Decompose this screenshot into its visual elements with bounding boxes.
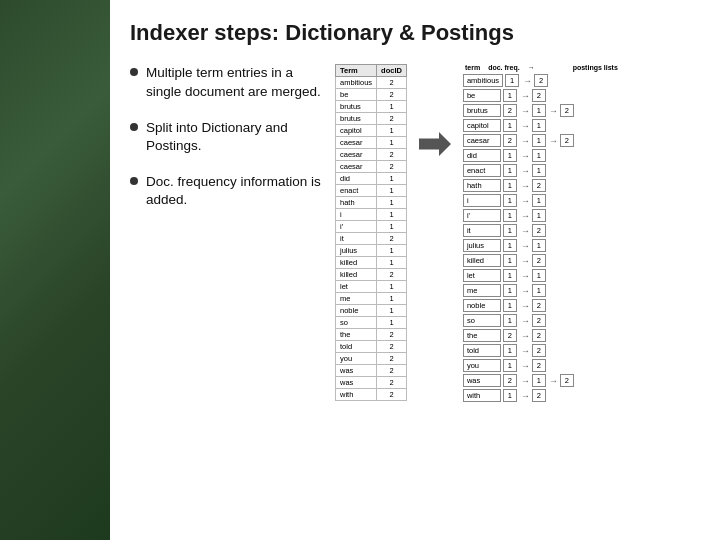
dict-table-row: be2 <box>336 89 407 101</box>
dict-docid-cell: 1 <box>377 209 407 221</box>
dict-table-row: enact1 <box>336 185 407 197</box>
dict-table-row: told2 <box>336 341 407 353</box>
postings-arrow-icon: → <box>521 91 530 101</box>
dict-docid-cell: 2 <box>377 113 407 125</box>
dict-table-row: ambitious2 <box>336 77 407 89</box>
dict-table-row: i1 <box>336 209 407 221</box>
dict-term-cell: with <box>336 389 377 401</box>
right-arrow-icon <box>415 124 455 164</box>
postings-term-box: did <box>463 149 501 162</box>
postings-arrow-icon: → <box>521 361 530 371</box>
bullet-text-3: Doc. frequency information is added. <box>146 173 325 209</box>
dict-docid-cell: 1 <box>377 281 407 293</box>
dict-docid-cell: 2 <box>377 89 407 101</box>
postings-term-box: hath <box>463 179 501 192</box>
postings-arrow-icon: → <box>523 76 532 86</box>
postings-row: told1→2 <box>463 344 705 357</box>
posting-number: 1 <box>532 149 546 162</box>
dict-term-cell: caesar <box>336 149 377 161</box>
postings-term-box: noble <box>463 299 501 312</box>
col-header-docid: docID <box>377 65 407 77</box>
dict-docid-cell: 1 <box>377 245 407 257</box>
dict-term-cell: let <box>336 281 377 293</box>
postings-freq-box: 1 <box>503 344 517 357</box>
postings-chain-arrow-icon: → <box>549 376 558 386</box>
dict-table-row: did1 <box>336 173 407 185</box>
dict-table-row: i'1 <box>336 221 407 233</box>
posting-number: 2 <box>532 299 546 312</box>
postings-arrow-icon: → <box>521 196 530 206</box>
dict-table: Term docID ambitious2be2brutus1brutus2ca… <box>335 64 407 401</box>
dict-docid-cell: 1 <box>377 125 407 137</box>
dict-term-cell: killed <box>336 269 377 281</box>
postings-chain-arrow-icon: → <box>549 136 558 146</box>
postings-freq-box: 1 <box>503 359 517 372</box>
bullet-item-3: Doc. frequency information is added. <box>130 173 325 209</box>
postings-row: it1→2 <box>463 224 705 237</box>
postings-header-arrow: → <box>528 64 535 71</box>
dict-table-row: was2 <box>336 377 407 389</box>
postings-arrow-icon: → <box>521 346 530 356</box>
dict-docid-cell: 2 <box>377 149 407 161</box>
dict-docid-cell: 1 <box>377 137 407 149</box>
dict-table-row: it2 <box>336 233 407 245</box>
dict-term-cell: was <box>336 377 377 389</box>
postings-term-box: julius <box>463 239 501 252</box>
dict-table-row: killed1 <box>336 257 407 269</box>
postings-row: caesar2→1→2 <box>463 134 705 147</box>
postings-arrow-icon: → <box>521 121 530 131</box>
main-content: Indexer steps: Dictionary & Postings Mul… <box>110 0 720 540</box>
bullet-dot-3 <box>130 177 138 185</box>
postings-row: ambitious1→2 <box>463 74 705 87</box>
posting-number: 1 <box>532 104 546 117</box>
dict-table-row: julius1 <box>336 245 407 257</box>
postings-arrow-icon: → <box>521 181 530 191</box>
dict-table-row: brutus1 <box>336 101 407 113</box>
posting-number: 2 <box>532 389 546 402</box>
postings-arrow-icon: → <box>521 331 530 341</box>
dict-docid-cell: 2 <box>377 329 407 341</box>
dict-table-row: me1 <box>336 293 407 305</box>
postings-freq-box: 1 <box>503 89 517 102</box>
postings-row: was2→1→2 <box>463 374 705 387</box>
dict-docid-cell: 2 <box>377 233 407 245</box>
bullet-dot-1 <box>130 68 138 76</box>
dict-table-row: so1 <box>336 317 407 329</box>
dict-term-cell: killed <box>336 257 377 269</box>
postings-term-box: i' <box>463 209 501 222</box>
dict-term-cell: me <box>336 293 377 305</box>
postings-row: be1→2 <box>463 89 705 102</box>
posting-number: 2 <box>560 134 574 147</box>
dict-term-cell: be <box>336 89 377 101</box>
dict-docid-cell: 2 <box>377 77 407 89</box>
dict-docid-cell: 2 <box>377 353 407 365</box>
dict-table-row: with2 <box>336 389 407 401</box>
postings-term-box: me <box>463 284 501 297</box>
posting-number: 1 <box>532 164 546 177</box>
postings-freq-box: 1 <box>503 269 517 282</box>
postings-freq-box: 2 <box>503 134 517 147</box>
dict-term-cell: brutus <box>336 113 377 125</box>
postings-chain-arrow-icon: → <box>549 106 558 116</box>
dict-table-row: noble1 <box>336 305 407 317</box>
dict-term-cell: you <box>336 353 377 365</box>
postings-freq-box: 1 <box>503 164 517 177</box>
postings-arrow-icon: → <box>521 151 530 161</box>
dict-term-cell: told <box>336 341 377 353</box>
dict-term-cell: enact <box>336 185 377 197</box>
posting-number: 2 <box>534 74 548 87</box>
dict-docid-cell: 2 <box>377 377 407 389</box>
postings-freq-box: 1 <box>503 299 517 312</box>
postings-header-freq: doc. freq. <box>488 64 520 71</box>
postings-term-box: with <box>463 389 501 402</box>
postings-arrow-icon: → <box>521 316 530 326</box>
postings-row: you1→2 <box>463 359 705 372</box>
dict-table-row: you2 <box>336 353 407 365</box>
postings-arrow-icon: → <box>521 391 530 401</box>
posting-number: 1 <box>532 209 546 222</box>
dict-term-cell: hath <box>336 197 377 209</box>
postings-row: with1→2 <box>463 389 705 402</box>
dict-docid-cell: 2 <box>377 161 407 173</box>
postings-term-box: caesar <box>463 134 501 147</box>
postings-freq-box: 1 <box>503 254 517 267</box>
